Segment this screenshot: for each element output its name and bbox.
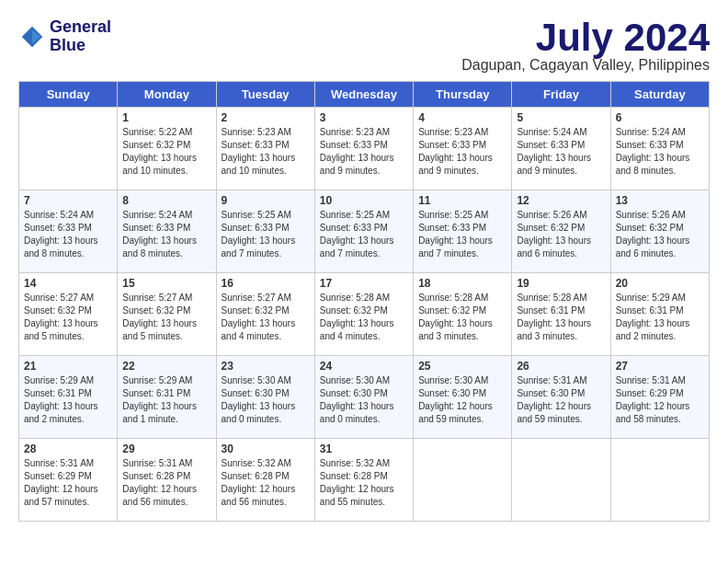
calendar-cell: 9Sunrise: 5:25 AMSunset: 6:33 PMDaylight…: [216, 190, 314, 273]
logo: General Blue: [18, 18, 111, 55]
calendar-cell: 31Sunrise: 5:32 AMSunset: 6:28 PMDayligh…: [314, 439, 413, 522]
calendar-cell: 7Sunrise: 5:24 AMSunset: 6:33 PMDaylight…: [19, 190, 118, 273]
cell-content: Sunrise: 5:29 AMSunset: 6:31 PMDaylight:…: [122, 374, 210, 426]
calendar-cell: 20Sunrise: 5:29 AMSunset: 6:31 PMDayligh…: [610, 273, 709, 356]
day-number: 25: [418, 360, 506, 373]
weekday-header-row: SundayMondayTuesdayWednesdayThursdayFrid…: [19, 82, 710, 108]
day-number: 13: [616, 194, 704, 207]
calendar-cell: 14Sunrise: 5:27 AMSunset: 6:32 PMDayligh…: [19, 273, 118, 356]
calendar-cell: [610, 439, 709, 522]
cell-content: Sunrise: 5:30 AMSunset: 6:30 PMDaylight:…: [320, 374, 408, 426]
cell-content: Sunrise: 5:26 AMSunset: 6:32 PMDaylight:…: [616, 209, 704, 260]
day-number: 31: [320, 442, 408, 455]
cell-content: Sunrise: 5:27 AMSunset: 6:32 PMDaylight:…: [222, 292, 310, 343]
calendar-cell: 18Sunrise: 5:28 AMSunset: 6:32 PMDayligh…: [414, 273, 512, 356]
calendar-cell: 2Sunrise: 5:23 AMSunset: 6:33 PMDaylight…: [216, 108, 314, 190]
day-number: 14: [24, 277, 112, 290]
weekday-header: Sunday: [19, 82, 118, 108]
calendar-cell: 5Sunrise: 5:24 AMSunset: 6:33 PMDaylight…: [512, 108, 610, 190]
cell-content: Sunrise: 5:29 AMSunset: 6:31 PMDaylight:…: [616, 292, 704, 343]
cell-content: Sunrise: 5:25 AMSunset: 6:33 PMDaylight:…: [222, 209, 310, 260]
day-number: 26: [517, 360, 605, 373]
weekday-header: Saturday: [610, 82, 709, 108]
calendar-cell: 21Sunrise: 5:29 AMSunset: 6:31 PMDayligh…: [19, 356, 118, 439]
cell-content: Sunrise: 5:23 AMSunset: 6:33 PMDaylight:…: [320, 126, 408, 178]
day-number: 20: [616, 277, 704, 290]
cell-content: Sunrise: 5:23 AMSunset: 6:33 PMDaylight:…: [418, 126, 506, 178]
cell-content: Sunrise: 5:24 AMSunset: 6:33 PMDaylight:…: [122, 209, 210, 260]
cell-content: Sunrise: 5:28 AMSunset: 6:31 PMDaylight:…: [517, 292, 605, 343]
weekday-header: Friday: [512, 82, 610, 108]
calendar-cell: [414, 439, 512, 522]
calendar-cell: 28Sunrise: 5:31 AMSunset: 6:29 PMDayligh…: [19, 439, 118, 522]
day-number: 24: [320, 360, 408, 373]
calendar-cell: 3Sunrise: 5:23 AMSunset: 6:33 PMDaylight…: [314, 108, 413, 190]
day-number: 7: [24, 194, 112, 207]
day-number: 6: [616, 111, 704, 124]
calendar-cell: 22Sunrise: 5:29 AMSunset: 6:31 PMDayligh…: [118, 356, 216, 439]
day-number: 29: [122, 442, 210, 455]
cell-content: Sunrise: 5:22 AMSunset: 6:32 PMDaylight:…: [122, 126, 210, 178]
header: General Blue July 2024 Dagupan, Cagayan …: [18, 18, 710, 74]
day-number: 18: [418, 277, 506, 290]
calendar-cell: 1Sunrise: 5:22 AMSunset: 6:32 PMDaylight…: [118, 108, 216, 190]
weekday-header: Tuesday: [216, 82, 314, 108]
cell-content: Sunrise: 5:25 AMSunset: 6:33 PMDaylight:…: [418, 209, 506, 260]
logo-icon: [18, 23, 46, 51]
day-number: 30: [222, 442, 310, 455]
calendar-cell: [512, 439, 610, 522]
day-number: 3: [320, 111, 408, 124]
calendar-cell: 16Sunrise: 5:27 AMSunset: 6:32 PMDayligh…: [216, 273, 314, 356]
calendar-week-row: 1Sunrise: 5:22 AMSunset: 6:32 PMDaylight…: [19, 108, 710, 190]
calendar-cell: 19Sunrise: 5:28 AMSunset: 6:31 PMDayligh…: [512, 273, 610, 356]
location: Dagupan, Cagayan Valley, Philippines: [461, 57, 710, 74]
day-number: 1: [122, 111, 210, 124]
cell-content: Sunrise: 5:31 AMSunset: 6:28 PMDaylight:…: [122, 457, 210, 509]
calendar-cell: 25Sunrise: 5:30 AMSunset: 6:30 PMDayligh…: [414, 356, 512, 439]
cell-content: Sunrise: 5:28 AMSunset: 6:32 PMDaylight:…: [418, 292, 506, 343]
weekday-header: Wednesday: [314, 82, 413, 108]
day-number: 27: [616, 360, 704, 373]
cell-content: Sunrise: 5:27 AMSunset: 6:32 PMDaylight:…: [24, 292, 112, 343]
cell-content: Sunrise: 5:27 AMSunset: 6:32 PMDaylight:…: [122, 292, 210, 343]
calendar-cell: [19, 108, 118, 190]
cell-content: Sunrise: 5:24 AMSunset: 6:33 PMDaylight:…: [24, 209, 112, 260]
day-number: 5: [517, 111, 605, 124]
day-number: 11: [418, 194, 506, 207]
day-number: 2: [222, 111, 310, 124]
day-number: 21: [24, 360, 112, 373]
cell-content: Sunrise: 5:24 AMSunset: 6:33 PMDaylight:…: [517, 126, 605, 178]
cell-content: Sunrise: 5:31 AMSunset: 6:29 PMDaylight:…: [616, 374, 704, 426]
calendar-cell: 8Sunrise: 5:24 AMSunset: 6:33 PMDaylight…: [118, 190, 216, 273]
cell-content: Sunrise: 5:30 AMSunset: 6:30 PMDaylight:…: [222, 374, 310, 426]
calendar-cell: 30Sunrise: 5:32 AMSunset: 6:28 PMDayligh…: [216, 439, 314, 522]
cell-content: Sunrise: 5:25 AMSunset: 6:33 PMDaylight:…: [320, 209, 408, 260]
calendar-cell: 12Sunrise: 5:26 AMSunset: 6:32 PMDayligh…: [512, 190, 610, 273]
day-number: 8: [122, 194, 210, 207]
day-number: 17: [320, 277, 408, 290]
day-number: 10: [320, 194, 408, 207]
calendar-cell: 17Sunrise: 5:28 AMSunset: 6:32 PMDayligh…: [314, 273, 413, 356]
day-number: 15: [122, 277, 210, 290]
calendar-cell: 6Sunrise: 5:24 AMSunset: 6:33 PMDaylight…: [610, 108, 709, 190]
calendar-week-row: 7Sunrise: 5:24 AMSunset: 6:33 PMDaylight…: [19, 190, 710, 273]
cell-content: Sunrise: 5:32 AMSunset: 6:28 PMDaylight:…: [222, 457, 310, 509]
day-number: 28: [24, 442, 112, 455]
calendar-week-row: 14Sunrise: 5:27 AMSunset: 6:32 PMDayligh…: [19, 273, 710, 356]
title-section: July 2024 Dagupan, Cagayan Valley, Phili…: [461, 18, 710, 74]
calendar-cell: 4Sunrise: 5:23 AMSunset: 6:33 PMDaylight…: [414, 108, 512, 190]
cell-content: Sunrise: 5:23 AMSunset: 6:33 PMDaylight:…: [222, 126, 310, 178]
day-number: 23: [222, 360, 310, 373]
day-number: 9: [222, 194, 310, 207]
calendar-cell: 11Sunrise: 5:25 AMSunset: 6:33 PMDayligh…: [414, 190, 512, 273]
day-number: 16: [222, 277, 310, 290]
cell-content: Sunrise: 5:31 AMSunset: 6:29 PMDaylight:…: [24, 457, 112, 509]
day-number: 19: [517, 277, 605, 290]
calendar-cell: 23Sunrise: 5:30 AMSunset: 6:30 PMDayligh…: [216, 356, 314, 439]
calendar-week-row: 21Sunrise: 5:29 AMSunset: 6:31 PMDayligh…: [19, 356, 710, 439]
cell-content: Sunrise: 5:28 AMSunset: 6:32 PMDaylight:…: [320, 292, 408, 343]
calendar-cell: 27Sunrise: 5:31 AMSunset: 6:29 PMDayligh…: [610, 356, 709, 439]
calendar-cell: 26Sunrise: 5:31 AMSunset: 6:30 PMDayligh…: [512, 356, 610, 439]
weekday-header: Thursday: [414, 82, 512, 108]
logo-text: General Blue: [50, 18, 111, 55]
